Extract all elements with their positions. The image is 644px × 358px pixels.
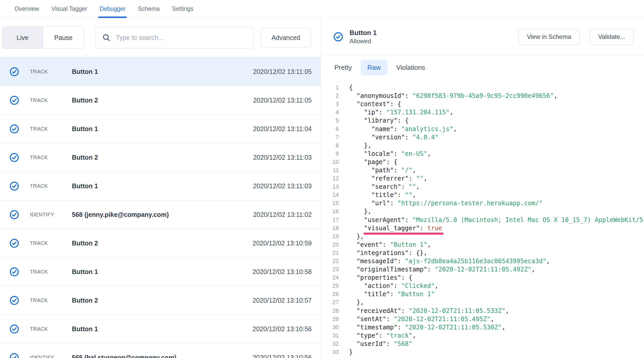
code-token: "en-US" [401, 150, 427, 157]
line-number: 17 [321, 217, 339, 223]
code-token: "userId": [349, 340, 394, 347]
code-token: "ip": [349, 109, 386, 116]
code-token: "visual_tagger": [364, 225, 427, 232]
event-row[interactable]: TRACKButton 22020/12/02 13:11:03 [0, 143, 321, 172]
code-token: "sentAt": [349, 316, 394, 323]
code-line: 6 "name": "analytics.js", [321, 125, 644, 133]
advanced-button[interactable]: Advanced [261, 28, 311, 47]
event-timestamp: 2020/12/02 13:10:57 [253, 297, 312, 304]
event-status-check-icon [10, 353, 19, 358]
event-row[interactable]: TRACKButton 22020/12/02 13:10:57 [0, 286, 321, 315]
code-line: 15 "url": "https://persona-tester.heroku… [321, 199, 644, 207]
event-type-label: TRACK [30, 240, 72, 246]
code-token: "" [405, 191, 412, 199]
code-token: "path": [349, 167, 401, 174]
code-token: "157.131.204.115" [386, 109, 450, 116]
code-token: , [531, 266, 535, 273]
code-token: , [502, 324, 505, 331]
event-row[interactable]: IDENTIFY565 (hal.sturgeon@company.com)20… [0, 343, 321, 358]
search-input[interactable] [116, 34, 247, 41]
event-timestamp: 2020/12/02 13:11:03 [253, 154, 312, 161]
validate-button[interactable]: Validate... [590, 29, 634, 45]
event-status-check-icon [10, 181, 19, 191]
code-line: 3 "context": { [321, 100, 644, 108]
event-timestamp: 2020/12/02 13:10:59 [253, 240, 312, 247]
event-status-check-icon [10, 267, 19, 277]
nav-tab-visual-tagger[interactable]: Visual Tagger [52, 0, 87, 18]
line-number: 16 [321, 208, 339, 215]
code-text: } [349, 348, 353, 356]
nav-tab-settings[interactable]: Settings [172, 0, 193, 18]
event-type-label: IDENTIFY [30, 212, 72, 218]
line-number: 21 [321, 250, 339, 256]
event-row[interactable]: TRACKButton 22020/12/02 13:10:59 [0, 229, 321, 258]
code-text: "visual_tagger": true [349, 225, 442, 232]
code-token: "analytics.js" [401, 125, 453, 133]
event-row[interactable]: TRACKButton 22020/12/02 13:11:05 [0, 86, 321, 115]
code-text: "path": "/", [349, 167, 416, 174]
code-token: "event": [349, 241, 390, 248]
code-line: 27 }, [321, 298, 644, 306]
code-token: "" [409, 183, 416, 190]
tab-raw[interactable]: Raw [361, 60, 387, 75]
line-number: 18 [321, 225, 339, 232]
code-text: "search": "", [349, 183, 420, 190]
code-text: "url": "https://persona-tester.herokuapp… [349, 200, 543, 207]
code-token: , [412, 191, 416, 199]
code-line: 23 "originalTimestamp": "2020-12-02T21:1… [321, 265, 644, 274]
code-text: { [349, 84, 353, 91]
line-number: 2 [321, 92, 339, 99]
code-line: 22 "messageId": "ajs-f2db8ea4a25b116e3ac… [321, 257, 644, 265]
search-icon [102, 33, 111, 42]
event-type-label: TRACK [30, 69, 72, 75]
search-box[interactable] [96, 27, 254, 48]
nav-tab-overview[interactable]: Overview [14, 0, 39, 18]
view-in-schema-button[interactable]: View in Schema [518, 29, 580, 45]
code-line: 8 }, [321, 141, 644, 150]
code-token: "2020-12-02T21:11:05.533Z" [409, 307, 505, 314]
event-row[interactable]: TRACKButton 12020/12/02 13:10:58 [0, 258, 321, 286]
code-token: "properties": { [349, 274, 412, 281]
event-row[interactable]: TRACKButton 12020/12/02 13:11:05 [0, 57, 321, 86]
event-name: Button 1 [72, 125, 253, 133]
live-button[interactable]: Live [2, 27, 43, 48]
code-text: "type": "track", [349, 332, 416, 339]
event-status-check-icon [10, 210, 19, 219]
line-number: 15 [321, 200, 339, 207]
code-token: "search": [349, 183, 409, 190]
code-token: "6298f583-979b-45a9-9c95-2cc990e49656" [412, 92, 554, 99]
code-token: , [416, 183, 420, 190]
code-token: "ajs-f2db8ea4a25b116e3ac06543995eca3d" [405, 258, 546, 265]
event-row[interactable]: IDENTIFY568 (jenny.pike@company.com)2020… [0, 200, 321, 229]
tab-pretty[interactable]: Pretty [328, 60, 359, 75]
code-token: "referrer": [349, 175, 416, 182]
event-row[interactable]: TRACKButton 12020/12/02 13:11:03 [0, 172, 321, 200]
event-status-label: Allowed [350, 37, 377, 45]
code-token: "action": [349, 282, 401, 289]
detail-tabs: PrettyRawViolations [321, 56, 644, 79]
code-token: true [427, 225, 442, 232]
nav-tab-schema[interactable]: Schema [138, 0, 159, 18]
code-line: 11 "path": "/", [321, 166, 644, 174]
pause-button[interactable]: Pause [43, 27, 84, 48]
code-line: 1{ [321, 83, 644, 92]
code-token: "track" [386, 332, 412, 339]
nav-tab-debugger[interactable]: Debugger [99, 0, 125, 18]
tab-violations[interactable]: Violations [389, 60, 432, 75]
event-timestamp: 2020/12/02 13:10:56 [253, 325, 312, 333]
line-number: 27 [321, 299, 339, 306]
code-line: 16 }, [321, 207, 644, 216]
line-number: 26 [321, 291, 339, 297]
event-status-check-icon [10, 153, 19, 162]
code-text: "userId": "568" [349, 340, 412, 347]
code-token: "userAgent": [349, 216, 412, 224]
code-token: "2020-12-02T21:11:05.492Z" [435, 266, 531, 273]
event-detail-actions: View in Schema Validate... [518, 29, 634, 45]
event-row[interactable]: TRACKButton 12020/12/02 13:10:56 [0, 315, 321, 343]
line-number: 22 [321, 258, 339, 265]
code-text: "library": { [349, 117, 409, 124]
code-token: "name": [349, 125, 401, 133]
code-line: 30 "timestamp": "2020-12-02T21:11:05.530… [321, 323, 644, 331]
event-row[interactable]: TRACKButton 12020/12/02 13:11:04 [0, 115, 321, 143]
event-detail-titles: Button 1 Allowed [350, 28, 377, 45]
